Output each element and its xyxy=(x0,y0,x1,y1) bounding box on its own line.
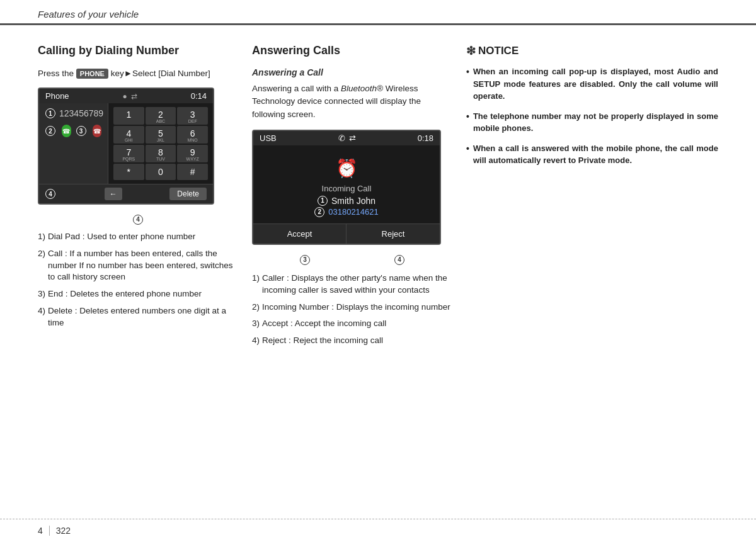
call-button-green[interactable]: ☎ xyxy=(62,125,71,137)
mid-list-item-text-3: Accept : Accept the incoming call xyxy=(262,318,386,330)
annotation-4-label: 4 xyxy=(133,215,143,225)
list-item-text-3: End : Deletes the entered phone number xyxy=(48,288,202,300)
annotation-3-circle: 3 xyxy=(76,126,86,136)
numpad-grid: 1 2ABC 3DEF 4GHI 5JKL 6MNO 7PQRS 8TUV 9W… xyxy=(113,107,208,162)
list-item-4: 4) Delete : Deletes entered numbers one … xyxy=(38,305,239,329)
right-column: ❇ NOTICE • When an incoming call pop-up … xyxy=(466,38,718,352)
list-item-num-3: 3) xyxy=(38,288,45,300)
phone-time: 0:14 xyxy=(191,91,207,101)
incoming-caller-name: 1 Smith John xyxy=(260,196,433,206)
mid-list-item-3: 3) Accept : Accept the incoming call xyxy=(252,318,454,330)
mid-list-item-text-2: Incoming Number : Displays the incoming … xyxy=(262,302,450,313)
incoming-annotation-2: 2 xyxy=(314,207,324,217)
notice-text-2: The telephone number may not be properly… xyxy=(473,110,718,135)
mid-list-item-num-4: 4) xyxy=(252,335,260,347)
list-item-text-1: Dial Pad : Used to enter phone number xyxy=(48,231,195,243)
footer-section: 4 xyxy=(38,526,50,536)
key-action-text: key►Select [Dial Number] xyxy=(111,69,210,78)
notice-item-2: • The telephone number may not be proper… xyxy=(466,110,718,135)
phone-number-text: 123456789 xyxy=(59,108,103,118)
press-instruction: Press the PHONE key►Select [Dial Number] xyxy=(38,67,239,80)
main-content: Calling by Dialing Number Press the PHON… xyxy=(0,25,756,352)
numpad-star[interactable]: * xyxy=(113,164,144,180)
incoming-clock-icon: ⏰ xyxy=(260,158,433,179)
phone-title: Phone xyxy=(45,91,69,101)
accept-button[interactable]: Accept xyxy=(253,224,346,244)
incoming-caller-number: 2 03180214621 xyxy=(260,207,433,217)
phone-topbar-icons: ● ⇄ xyxy=(123,92,137,101)
numpad-bottom-row: * 0 # xyxy=(113,164,208,180)
list-item-2: 2) Call : If a number has been entered, … xyxy=(38,248,239,284)
incoming-topbar: USB ✆ ⇄ 0:18 xyxy=(253,131,440,145)
incoming-screen-annotations: 3 4 xyxy=(252,254,454,266)
footer-page-number: 322 xyxy=(56,526,71,536)
list-item-num-4: 4) xyxy=(38,305,45,317)
mid-list-item-num-1: 1) xyxy=(252,273,260,285)
numpad-key-2[interactable]: 2ABC xyxy=(146,107,176,125)
page-header: Features of your vehicle xyxy=(0,0,756,25)
phone-call-buttons: 2 ☎ 3 ☎ xyxy=(45,125,101,137)
numpad-hash[interactable]: # xyxy=(177,164,208,180)
mid-list-item-text-4: Reject : Reject the incoming call xyxy=(262,335,383,347)
notice-text-3: When a call is answered with the mobile … xyxy=(473,142,718,167)
back-button[interactable]: ← xyxy=(105,188,122,200)
numpad-zero[interactable]: 0 xyxy=(146,164,176,180)
delete-button[interactable]: Delete xyxy=(169,188,207,200)
notice-list: • When an incoming call pop-up is displa… xyxy=(466,65,718,167)
numpad-key-7[interactable]: 7PQRS xyxy=(113,145,144,162)
notice-bullet-1: • xyxy=(466,65,469,79)
incoming-source: USB xyxy=(260,133,277,143)
notice-text-1: When an incoming call pop-up is displaye… xyxy=(473,65,718,103)
list-item-num-1: 1) xyxy=(38,231,45,243)
annotation-2-circle: 2 xyxy=(45,126,55,136)
phone-footer: 4 ← Delete xyxy=(39,184,213,203)
numpad-key-5[interactable]: 5JKL xyxy=(146,126,176,144)
left-section-heading: Calling by Dialing Number xyxy=(38,44,239,57)
numpad-key-8[interactable]: 8TUV xyxy=(146,145,176,162)
call-button-red[interactable]: ☎ xyxy=(93,125,102,137)
annotation-4-label-mid: 4 xyxy=(394,255,406,265)
phone-number-display: 1 123456789 2 ☎ 3 ☎ xyxy=(39,103,108,184)
incoming-call-screen: USB ✆ ⇄ 0:18 ⏰ Incoming Call 1 Smith Joh… xyxy=(252,130,441,245)
numpad-key-3[interactable]: 3DEF xyxy=(177,107,208,125)
reject-button[interactable]: Reject xyxy=(346,224,440,244)
incoming-bt-icon: ⇄ xyxy=(349,133,356,143)
list-item-1: 1) Dial Pad : Used to enter phone number xyxy=(38,231,239,243)
incoming-body: ⏰ Incoming Call 1 Smith John 2 031802146… xyxy=(253,145,440,223)
left-column: Calling by Dialing Number Press the PHON… xyxy=(38,38,252,352)
mid-section-heading: Answering Calls xyxy=(252,44,454,57)
bt-icon: ⇄ xyxy=(131,92,137,101)
notice-heading-text: NOTICE xyxy=(478,45,518,57)
incoming-time: 0:18 xyxy=(418,133,433,143)
list-item-text-4: Delete : Deletes entered numbers one dig… xyxy=(48,305,239,329)
notice-item-1: • When an incoming call pop-up is displa… xyxy=(466,65,718,103)
numpad-key-6[interactable]: 6MNO xyxy=(177,126,208,144)
incoming-call-icon: ✆ xyxy=(338,133,345,143)
mid-list-item-4: 4) Reject : Reject the incoming call xyxy=(252,335,454,347)
mid-list-items: 1) Caller : Displays the other party's n… xyxy=(252,273,454,347)
press-text: Press the xyxy=(38,69,74,78)
phone-screen-mockup: Phone ● ⇄ 0:14 1 123456789 2 ☎ 3 xyxy=(38,88,214,205)
signal-icon: ● xyxy=(123,92,127,101)
list-item-text-2: Call : If a number has been entered, cal… xyxy=(48,248,239,284)
mid-column: Answering Calls Answering a Call Answeri… xyxy=(252,38,466,352)
annotation-1-circle: 1 xyxy=(45,108,55,118)
header-title: Features of your vehicle xyxy=(38,9,139,20)
phone-screen-annotation: 4 xyxy=(38,213,239,225)
mid-list-item-2: 2) Incoming Number : Displays the incomi… xyxy=(252,302,454,313)
phone-key-badge: PHONE xyxy=(76,69,108,79)
mid-list-item-1: 1) Caller : Displays the other party's n… xyxy=(252,273,454,296)
annotation-3-label: 3 xyxy=(300,255,311,265)
numpad-key-4[interactable]: 4GHI xyxy=(113,126,144,144)
answering-desc: Answering a call with a Bluetooth® Wirel… xyxy=(252,82,454,121)
page-footer: 4 322 xyxy=(0,519,756,542)
numpad-key-9[interactable]: 9WXYZ xyxy=(177,145,208,162)
notice-star-icon: ❇ xyxy=(466,44,476,58)
numpad-key-1[interactable]: 1 xyxy=(113,107,144,125)
incoming-call-label: Incoming Call xyxy=(260,184,433,193)
phone-numpad: 1 2ABC 3DEF 4GHI 5JKL 6MNO 7PQRS 8TUV 9W… xyxy=(108,103,213,184)
mid-list-item-num-2: 2) xyxy=(252,302,260,313)
list-item-num-2: 2) xyxy=(38,248,45,260)
notice-bullet-2: • xyxy=(466,110,469,123)
annotation-4-circle: 4 xyxy=(45,189,55,199)
